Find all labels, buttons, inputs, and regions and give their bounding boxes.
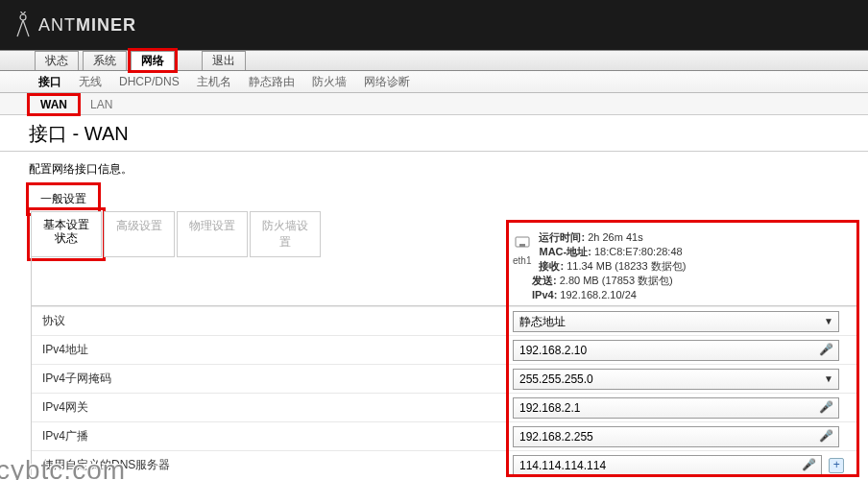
label-ipv4-address: IPv4地址	[31, 342, 513, 358]
label-protocol: 协议	[31, 313, 513, 329]
topnav-tab-logout[interactable]: 退出	[202, 51, 246, 70]
page-description: 配置网络接口信息。	[0, 152, 868, 187]
iface-tab-lan[interactable]: LAN	[79, 95, 124, 114]
status-info-box: eth1 运行时间: 2h 26m 41s MAC-地址: 18:C8:E7:8…	[509, 223, 856, 474]
settings-tab-firewall[interactable]: 防火墙设置	[250, 211, 321, 257]
label-ipv4-broadcast: IPv4广播	[31, 428, 513, 444]
page-title: 接口 - WAN	[0, 115, 868, 152]
topnav-tab-network[interactable]: 网络	[131, 51, 175, 70]
sub-nav: 接口 无线 DHCP/DNS 主机名 静态路由 防火墙 网络诊断	[0, 71, 868, 93]
subnav-dhcp-dns[interactable]: DHCP/DNS	[119, 75, 180, 88]
status-uptime: 运行时间: 2h 26m 41s	[532, 230, 853, 245]
ethernet-icon: eth1	[513, 236, 531, 268]
watermark-text: cybtc.com	[0, 455, 126, 480]
svg-point-0	[20, 14, 26, 20]
brand-text: ANTMINER	[38, 15, 136, 36]
status-tx: 发送: 2.80 MB (17853 数据包)	[532, 274, 853, 288]
subnav-wireless[interactable]: 无线	[79, 74, 102, 90]
subnav-diagnostics[interactable]: 网络诊断	[364, 74, 410, 90]
label-ipv4-netmask: IPv4子网掩码	[31, 371, 513, 387]
label-ipv4-gateway: IPv4网关	[31, 399, 513, 416]
app-header: ANTMINER	[0, 0, 868, 50]
status-rx: 接收: 11.34 MB (18233 数据包)	[532, 259, 853, 274]
settings-tab-basic-status[interactable]: 基本设置 状态	[31, 211, 102, 257]
subnav-interfaces[interactable]: 接口	[38, 74, 61, 90]
interface-tabs: WAN LAN	[0, 93, 868, 115]
subnav-hostnames[interactable]: 主机名	[197, 74, 231, 90]
status-ipv4: IPv4: 192.168.2.10/24	[532, 288, 853, 302]
subnav-firewall[interactable]: 防火墙	[312, 74, 347, 90]
topnav-tab-status[interactable]: 状态	[35, 51, 79, 70]
fieldset-legend: 一般设置	[31, 187, 96, 211]
settings-tab-advanced[interactable]: 高级设置	[104, 211, 175, 257]
antminer-logo-icon	[13, 12, 33, 38]
svg-rect-2	[519, 244, 525, 247]
subnav-static-routes[interactable]: 静态路由	[249, 74, 295, 90]
top-nav: 状态 系统 网络 退出	[0, 50, 868, 71]
settings-tab-physical[interactable]: 物理设置	[177, 211, 248, 257]
status-mac: MAC-地址: 18:C8:E7:80:28:48	[532, 245, 853, 259]
topnav-tab-system[interactable]: 系统	[83, 51, 127, 70]
iface-tab-wan[interactable]: WAN	[29, 95, 79, 114]
